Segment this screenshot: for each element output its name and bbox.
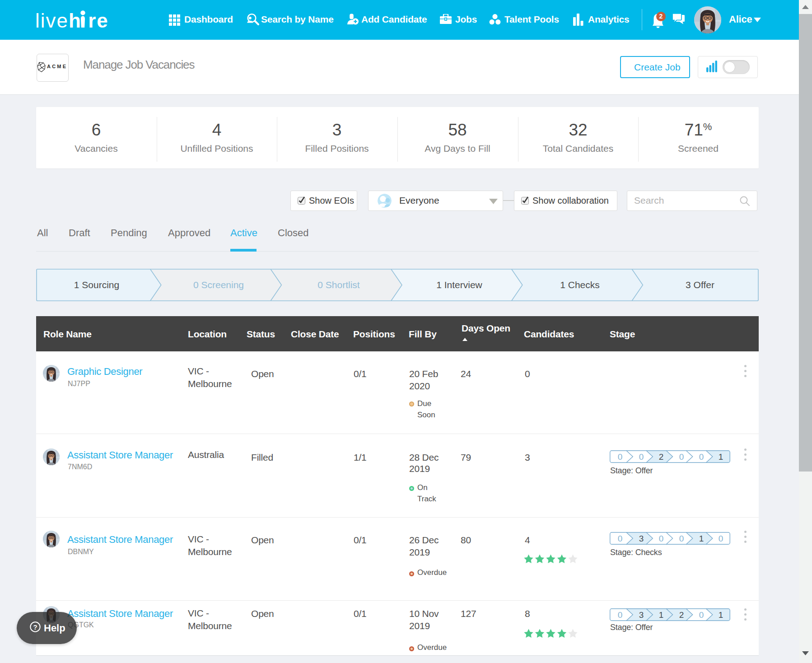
svg-text:1 Checks: 1 Checks	[560, 280, 600, 290]
svg-text:0 Shortlist: 0 Shortlist	[317, 280, 360, 290]
svg-text:1: 1	[659, 610, 664, 620]
svg-text:1 Sourcing: 1 Sourcing	[74, 280, 119, 290]
svg-text:1 Interview: 1 Interview	[436, 280, 482, 290]
svg-text:2: 2	[659, 452, 664, 462]
svg-text:3: 3	[639, 534, 644, 543]
svg-text:3 Offer: 3 Offer	[686, 280, 714, 290]
svg-text:0: 0	[618, 610, 623, 620]
svg-text:0: 0	[659, 534, 664, 543]
svg-text:0: 0	[639, 452, 644, 462]
svg-text:0: 0	[699, 610, 704, 620]
svg-text:0: 0	[618, 452, 623, 462]
svg-text:1: 1	[719, 452, 723, 462]
svg-text:1: 1	[699, 534, 704, 543]
svg-text:0: 0	[679, 534, 684, 543]
svg-text:3: 3	[639, 610, 644, 620]
svg-text:1: 1	[719, 610, 723, 620]
svg-text:0: 0	[679, 452, 684, 462]
svg-text:0: 0	[699, 452, 704, 462]
svg-text:0 Screening: 0 Screening	[193, 280, 244, 290]
svg-text:?: ?	[33, 623, 37, 631]
svg-text:0: 0	[719, 534, 723, 543]
svg-text:2: 2	[679, 610, 684, 620]
svg-text:0: 0	[618, 534, 623, 543]
